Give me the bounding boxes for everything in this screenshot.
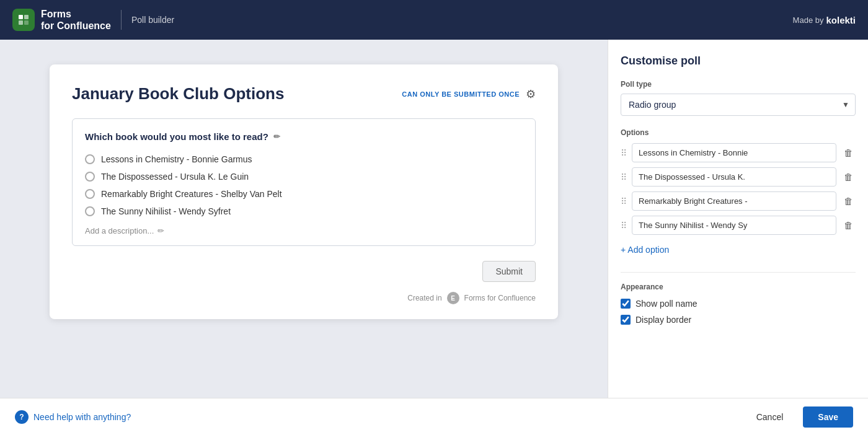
panel-title: Customise poll	[621, 55, 856, 68]
radio-circle-3	[85, 189, 95, 199]
poll-header-right: CAN ONLY BE SUBMITTED ONCE ⚙	[402, 87, 536, 101]
topbar: Forms for Confluence Poll builder Made b…	[0, 0, 868, 40]
topbar-brand: Made by kolekti	[793, 15, 856, 25]
show-poll-name-checkbox[interactable]	[621, 299, 631, 309]
brand-name: kolekti	[826, 15, 856, 25]
option-row-1: ⠿ 🗑	[621, 143, 856, 162]
logo-icon	[12, 9, 35, 31]
svg-rect-1	[24, 15, 29, 19]
svg-rect-2	[19, 20, 23, 25]
radio-option-3[interactable]: Remarkably Bright Creatures - Shelby Van…	[85, 185, 523, 203]
submit-row: Submit	[72, 256, 536, 284]
poll-card: January Book Club Options CAN ONLY BE SU…	[50, 64, 558, 319]
appearance-label: Appearance	[621, 283, 856, 291]
app-name-text: Forms for Confluence	[41, 8, 111, 32]
drag-handle-3[interactable]: ⠿	[621, 196, 627, 206]
option-label-3: Remarkably Bright Creatures - Shelby Van…	[101, 189, 282, 199]
poll-header: January Book Club Options CAN ONLY BE SU…	[72, 84, 536, 103]
preview-area: January Book Club Options CAN ONLY BE SU…	[0, 40, 608, 398]
radio-circle-4	[85, 206, 95, 216]
options-section-label: Options	[621, 128, 856, 137]
main-content: January Book Club Options CAN ONLY BE SU…	[0, 40, 868, 398]
option-input-4[interactable]	[632, 216, 836, 235]
submit-once-badge: CAN ONLY BE SUBMITTED ONCE	[402, 90, 520, 98]
description-edit-icon: ✏	[157, 226, 164, 235]
radio-option-1[interactable]: Lessons in Chemistry - Bonnie Garmus	[85, 151, 523, 168]
question-label: Which book would you most like to read? …	[85, 131, 523, 142]
footer-brand-text: Forms for Confluence	[464, 294, 536, 302]
help-icon: ?	[15, 410, 29, 424]
poll-type-select[interactable]: Radio group Checkbox group Dropdown	[621, 94, 856, 116]
drag-handle-1[interactable]: ⠿	[621, 148, 627, 158]
option-label-2: The Dispossessed - Ursula K. Le Guin	[101, 172, 249, 182]
settings-icon[interactable]: ⚙	[526, 87, 536, 101]
show-poll-name-label: Show poll name	[636, 299, 698, 309]
option-input-1[interactable]	[632, 143, 836, 162]
brand-prefix: Made by	[793, 15, 824, 25]
poll-type-select-wrapper: Radio group Checkbox group Dropdown ▼	[621, 94, 856, 116]
drag-handle-4[interactable]: ⠿	[621, 221, 627, 231]
poll-footer: Created in E Forms for Confluence	[72, 292, 536, 304]
app-logo: Forms for Confluence	[12, 8, 111, 32]
display-border-label: Display border	[636, 315, 691, 325]
drag-handle-2[interactable]: ⠿	[621, 172, 627, 182]
delete-option-3-button[interactable]: 🗑	[841, 193, 856, 209]
question-block: Which book would you most like to read? …	[72, 118, 536, 246]
option-input-3[interactable]	[632, 191, 836, 211]
right-panel: Customise poll Poll type Radio group Che…	[608, 40, 868, 398]
delete-option-2-button[interactable]: 🗑	[841, 169, 856, 185]
bottom-bar: ? Need help with anything? Cancel Save	[0, 398, 868, 435]
help-link[interactable]: ? Need help with anything?	[15, 410, 131, 424]
footer-logo-icon: E	[447, 292, 459, 304]
add-option-button[interactable]: + Add option	[621, 240, 669, 260]
bottom-actions: Cancel Save	[744, 406, 853, 428]
radio-option-4[interactable]: The Sunny Nihilist - Wendy Syfret	[85, 203, 523, 220]
cancel-button[interactable]: Cancel	[744, 406, 796, 428]
footer-created-text: Created in	[407, 294, 441, 302]
poll-type-label: Poll type	[621, 80, 856, 89]
poll-title: January Book Club Options	[72, 84, 284, 103]
option-row-2: ⠿ 🗑	[621, 167, 856, 187]
option-label-4: The Sunny Nihilist - Wendy Syfret	[101, 206, 231, 216]
option-label-1: Lessons in Chemistry - Bonnie Garmus	[101, 154, 252, 164]
topbar-subtitle: Poll builder	[131, 15, 174, 25]
option-row-4: ⠿ 🗑	[621, 216, 856, 235]
delete-option-1-button[interactable]: 🗑	[841, 145, 856, 160]
radio-circle-1	[85, 154, 95, 164]
option-row-3: ⠿ 🗑	[621, 191, 856, 211]
appearance-section: Appearance Show poll name Display border	[621, 272, 856, 325]
svg-rect-3	[24, 20, 29, 25]
question-text: Which book would you most like to read?	[85, 131, 268, 142]
radio-circle-2	[85, 172, 95, 182]
show-poll-name-row: Show poll name	[621, 299, 856, 309]
delete-option-4-button[interactable]: 🗑	[841, 218, 856, 233]
question-edit-icon[interactable]: ✏	[273, 132, 280, 141]
add-description[interactable]: Add a description... ✏	[85, 226, 523, 235]
save-button[interactable]: Save	[803, 406, 853, 428]
topbar-divider	[121, 10, 122, 30]
add-description-text: Add a description...	[85, 226, 154, 235]
display-border-checkbox[interactable]	[621, 315, 631, 325]
svg-rect-0	[19, 15, 23, 19]
option-input-2[interactable]	[632, 167, 836, 187]
display-border-row: Display border	[621, 315, 856, 325]
radio-option-2[interactable]: The Dispossessed - Ursula K. Le Guin	[85, 168, 523, 185]
help-text: Need help with anything?	[33, 412, 131, 422]
submit-button[interactable]: Submit	[482, 261, 536, 282]
